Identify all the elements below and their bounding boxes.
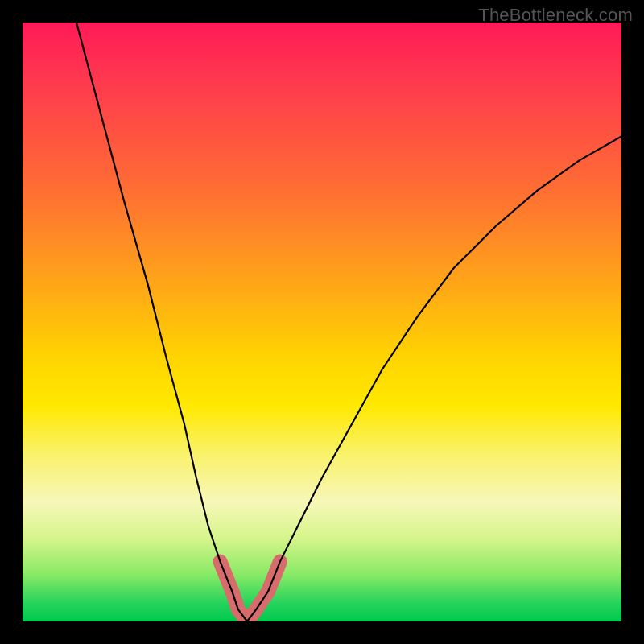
curve-path: [76, 23, 621, 621]
highlight-path: [221, 562, 280, 621]
plot-area: [23, 23, 621, 621]
bottleneck-curve: [23, 23, 621, 621]
watermark-text: TheBottleneck.com: [478, 5, 633, 26]
chart-frame: TheBottleneck.com: [0, 0, 644, 644]
